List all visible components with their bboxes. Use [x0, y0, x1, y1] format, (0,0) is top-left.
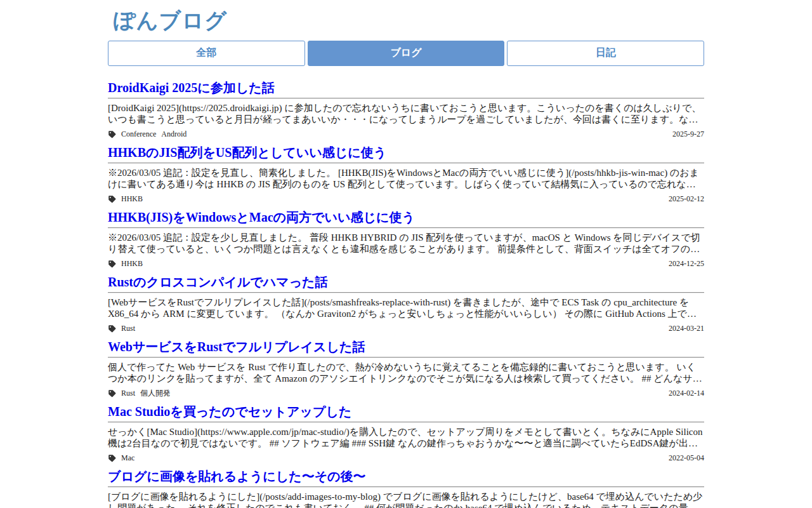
tag-label[interactable]: Mac — [121, 453, 134, 463]
tag-label[interactable]: HHKB — [121, 259, 143, 269]
tag-icon — [108, 130, 116, 138]
post-excerpt: [WebサービスをRustでフルリプレイスした話](/posts/smashfr… — [108, 297, 704, 320]
post-meta: ConferenceAndroid 2025-9-27 — [108, 130, 704, 139]
post: ブログに画像を貼れるようにした〜その後〜 [ブログに画像を貼れるようにした](/… — [108, 469, 704, 508]
post-meta: Rust個人開発 2024-02-14 — [108, 389, 704, 398]
post-tags: HHKB — [108, 194, 143, 204]
title-divider — [108, 357, 704, 358]
post-excerpt: ※2026/03/05 追記：設定を少し見直しました。 普段 HHKB HYBR… — [108, 232, 704, 255]
tag-label[interactable]: Conference — [121, 130, 156, 139]
title-divider — [108, 227, 704, 229]
post-date: 2025-9-27 — [672, 130, 704, 139]
tab[interactable]: 日記 — [507, 41, 704, 66]
post-date: 2025-02-12 — [669, 194, 704, 204]
tab-bar: 全部 ブログ 日記 — [108, 41, 704, 66]
post-tags: Rust — [108, 324, 135, 333]
post-title-link[interactable]: Mac Studioを買ったのでセットアップした — [108, 404, 351, 420]
post-excerpt: [ブログに画像を貼れるようにした](/posts/add-images-to-m… — [108, 491, 704, 508]
post-tags: Rust個人開発 — [108, 388, 171, 399]
tag-icon — [108, 260, 116, 268]
post-tags: Mac — [108, 453, 134, 463]
tab-label: ブログ — [390, 46, 421, 60]
post: Mac Studioを買ったのでセットアップした せっかく[Mac Studio… — [108, 404, 704, 463]
tab[interactable]: 全部 — [108, 41, 305, 66]
post-date: 2024-03-21 — [669, 324, 704, 333]
title-divider — [108, 163, 704, 164]
post-title-link[interactable]: HHKB(JIS)をWindowsとMacの両方でいい感じに使う — [108, 210, 415, 225]
post-meta: HHKB 2025-02-12 — [108, 194, 704, 204]
tag-label[interactable]: HHKB — [121, 194, 143, 204]
title-divider — [108, 486, 704, 488]
post-date: 2024-02-14 — [669, 389, 704, 398]
post-date: 2024-12-25 — [669, 259, 704, 269]
post: Rustのクロスコンパイルでハマった話 [WebサービスをRustでフルリプレイ… — [108, 274, 704, 333]
post-meta: HHKB 2024-12-25 — [108, 259, 704, 269]
post-title-link[interactable]: HHKBのJIS配列をUS配列としていい感じに使う — [108, 145, 386, 161]
tag-label[interactable]: Rust — [121, 389, 135, 398]
post-meta: Rust 2024-03-21 — [108, 324, 704, 333]
tag-label[interactable]: 個人開発 — [140, 388, 171, 399]
tab-label: 日記 — [596, 46, 616, 60]
post-excerpt: ※2026/03/05 追記：設定を見直し、簡素化しました。 [HHKB(JIS… — [108, 167, 704, 190]
post-tags: HHKB — [108, 259, 143, 269]
tag-label[interactable]: Rust — [121, 324, 135, 333]
tag-icon — [108, 195, 116, 203]
post-excerpt: せっかく[Mac Studio](https://www.apple.com/j… — [108, 426, 704, 450]
tab-label: 全部 — [196, 46, 216, 60]
tag-icon — [108, 389, 116, 398]
tag-label[interactable]: Android — [161, 130, 187, 139]
title-divider — [108, 98, 704, 99]
post: WebサービスをRustでフルリプレイスした話 個人で作ってた Web サービス… — [108, 339, 704, 398]
post-title-link[interactable]: ブログに画像を貼れるようにした〜その後〜 — [108, 469, 366, 485]
title-divider — [108, 422, 704, 423]
page-container: ぽんブログ 全部 ブログ 日記 DroidKaigi 2025に参加した話 [D… — [108, 8, 704, 508]
post-excerpt: 個人で作ってた Web サービスを Rust で作り直したので、熱が冷めないうち… — [108, 361, 704, 385]
tab[interactable]: ブログ — [308, 41, 505, 66]
tag-icon — [108, 454, 116, 462]
post-title-link[interactable]: Rustのクロスコンパイルでハマった話 — [108, 274, 328, 290]
post-date: 2022-05-04 — [669, 453, 704, 463]
post-excerpt: [DroidKaigi 2025](https://2025.droidkaig… — [108, 102, 704, 126]
post-tags: ConferenceAndroid — [108, 130, 187, 139]
post: HHKBのJIS配列をUS配列としていい感じに使う ※2026/03/05 追記… — [108, 145, 704, 204]
post: DroidKaigi 2025に参加した話 [DroidKaigi 2025](… — [108, 80, 704, 139]
post-meta: Mac 2022-05-04 — [108, 453, 704, 463]
site-title: ぽんブログ — [108, 8, 704, 34]
title-divider — [108, 292, 704, 293]
tag-icon — [108, 324, 116, 333]
post: HHKB(JIS)をWindowsとMacの両方でいい感じに使う ※2026/0… — [108, 210, 704, 269]
post-title-link[interactable]: DroidKaigi 2025に参加した話 — [108, 80, 275, 96]
post-title-link[interactable]: WebサービスをRustでフルリプレイスした話 — [108, 339, 365, 355]
post-list: DroidKaigi 2025に参加した話 [DroidKaigi 2025](… — [108, 80, 704, 508]
